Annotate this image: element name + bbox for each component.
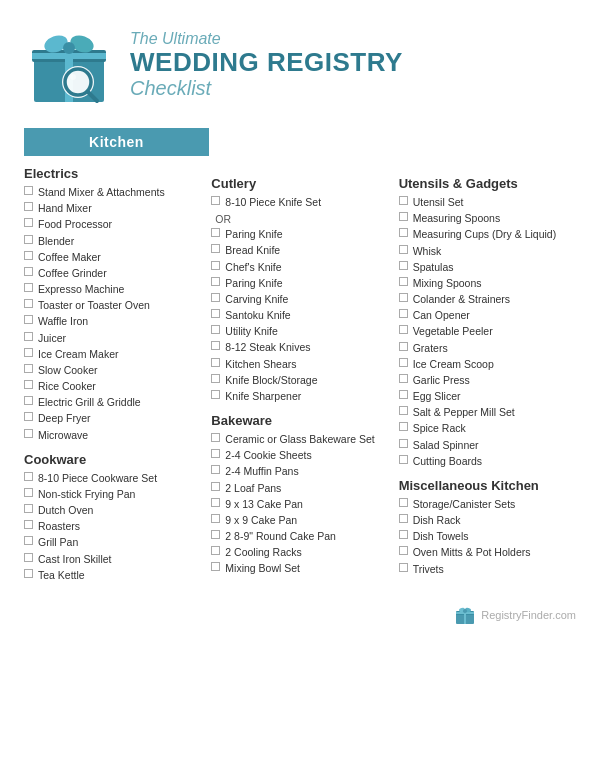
checkbox[interactable] <box>24 332 33 341</box>
checkbox[interactable] <box>399 228 408 237</box>
checkbox[interactable] <box>399 358 408 367</box>
checkbox[interactable] <box>24 553 33 562</box>
checkbox[interactable] <box>399 374 408 383</box>
checkbox[interactable] <box>24 488 33 497</box>
checkbox[interactable] <box>211 449 220 458</box>
checkbox[interactable] <box>211 482 220 491</box>
checkbox[interactable] <box>399 530 408 539</box>
list-item: Toaster or Toaster Oven <box>24 298 201 312</box>
checkbox[interactable] <box>399 406 408 415</box>
item-label: Santoku Knife <box>225 308 290 322</box>
checkbox[interactable] <box>211 196 220 205</box>
section-title-electrics: Electrics <box>24 166 201 181</box>
cookware-list: 8-10 Piece Cookware Set Non-stick Frying… <box>24 471 201 582</box>
checkbox[interactable] <box>211 325 220 334</box>
bakeware-list: Ceramic or Glass Bakeware Set 2-4 Cookie… <box>211 432 388 576</box>
checkbox[interactable] <box>211 433 220 442</box>
checkbox[interactable] <box>24 412 33 421</box>
checkbox[interactable] <box>399 390 408 399</box>
checkbox[interactable] <box>24 348 33 357</box>
checkbox[interactable] <box>24 267 33 276</box>
checkbox[interactable] <box>399 245 408 254</box>
checkbox[interactable] <box>211 358 220 367</box>
item-label: Dish Towels <box>413 529 469 543</box>
checkbox[interactable] <box>211 390 220 399</box>
checkbox[interactable] <box>399 514 408 523</box>
checkbox[interactable] <box>24 299 33 308</box>
checkbox[interactable] <box>211 293 220 302</box>
checkbox[interactable] <box>399 277 408 286</box>
checkbox[interactable] <box>399 261 408 270</box>
checkbox[interactable] <box>211 309 220 318</box>
checkbox[interactable] <box>211 514 220 523</box>
item-label: Stand Mixer & Attachments <box>38 185 165 199</box>
checkbox[interactable] <box>24 202 33 211</box>
checkbox[interactable] <box>211 546 220 555</box>
list-item: Chef's Knife <box>211 260 388 274</box>
item-label: Knife Block/Storage <box>225 373 317 387</box>
checkbox[interactable] <box>24 251 33 260</box>
checkbox[interactable] <box>399 212 408 221</box>
columns: Electrics Stand Mixer & Attachments Hand… <box>24 166 576 586</box>
checkbox[interactable] <box>211 562 220 571</box>
header-main-label: WEDDING REGISTRY <box>130 48 403 77</box>
item-label: 2 8-9" Round Cake Pan <box>225 529 336 543</box>
checkbox[interactable] <box>211 244 220 253</box>
item-label: Graters <box>413 341 448 355</box>
checkbox[interactable] <box>24 364 33 373</box>
checkbox[interactable] <box>211 277 220 286</box>
checkbox[interactable] <box>211 498 220 507</box>
checkbox[interactable] <box>211 228 220 237</box>
misc-list: Storage/Canister Sets Dish Rack Dish Tow… <box>399 497 576 576</box>
checkbox[interactable] <box>399 455 408 464</box>
checkbox[interactable] <box>399 293 408 302</box>
checkbox[interactable] <box>211 374 220 383</box>
checkbox[interactable] <box>24 218 33 227</box>
list-item: 2-4 Muffin Pans <box>211 464 388 478</box>
item-label: Tea Kettle <box>38 568 85 582</box>
checkbox[interactable] <box>399 309 408 318</box>
checkbox[interactable] <box>24 472 33 481</box>
checkbox[interactable] <box>24 504 33 513</box>
checkbox[interactable] <box>399 546 408 555</box>
checkbox[interactable] <box>399 439 408 448</box>
checkbox[interactable] <box>211 261 220 270</box>
list-item: Carving Knife <box>211 292 388 306</box>
checkbox[interactable] <box>211 465 220 474</box>
checkbox[interactable] <box>399 422 408 431</box>
checkbox[interactable] <box>211 341 220 350</box>
list-item: Roasters <box>24 519 201 533</box>
list-item: Electric Grill & Griddle <box>24 395 201 409</box>
list-item: Measuring Cups (Dry & Liquid) <box>399 227 576 241</box>
checkbox[interactable] <box>211 530 220 539</box>
kitchen-banner: Kitchen <box>24 128 209 156</box>
checkbox[interactable] <box>24 380 33 389</box>
checkbox[interactable] <box>399 196 408 205</box>
checkbox[interactable] <box>24 315 33 324</box>
checkbox[interactable] <box>399 563 408 572</box>
item-label: Expresso Machine <box>38 282 124 296</box>
checkbox[interactable] <box>399 342 408 351</box>
checkbox[interactable] <box>24 396 33 405</box>
checkbox[interactable] <box>399 498 408 507</box>
gift-icon-wrap <box>24 20 114 110</box>
checkbox[interactable] <box>24 283 33 292</box>
checkbox[interactable] <box>24 536 33 545</box>
checkbox[interactable] <box>24 235 33 244</box>
cutlery-list: 8-10 Piece Knife Set <box>211 195 388 209</box>
or-text: OR <box>215 213 388 225</box>
list-item: Mixing Spoons <box>399 276 576 290</box>
list-item: Ice Cream Maker <box>24 347 201 361</box>
list-item: Deep Fryer <box>24 411 201 425</box>
header-the-label: The Ultimate <box>130 30 403 48</box>
list-item: Utensil Set <box>399 195 576 209</box>
item-label: 2 Loaf Pans <box>225 481 281 495</box>
checkbox[interactable] <box>24 520 33 529</box>
checkbox[interactable] <box>399 325 408 334</box>
left-column: Electrics Stand Mixer & Attachments Hand… <box>24 166 211 586</box>
checkbox[interactable] <box>24 569 33 578</box>
footer-brand-name: RegistryFinder <box>481 609 552 621</box>
list-item: Non-stick Frying Pan <box>24 487 201 501</box>
checkbox[interactable] <box>24 186 33 195</box>
checkbox[interactable] <box>24 429 33 438</box>
